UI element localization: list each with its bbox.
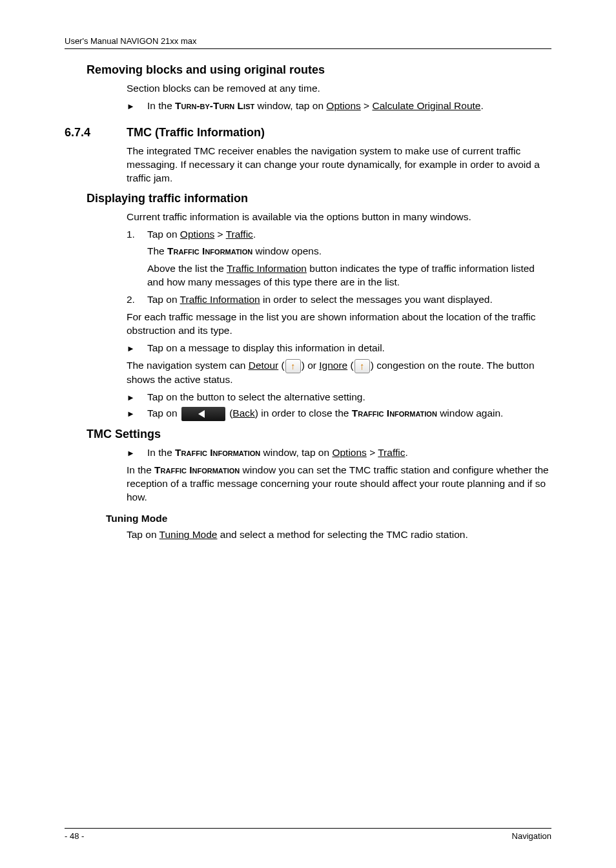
- text: .: [405, 447, 407, 458]
- link-options[interactable]: Options: [332, 447, 366, 458]
- footer-section-label: Navigation: [512, 831, 551, 841]
- text: >: [214, 229, 225, 240]
- text: >: [367, 447, 378, 458]
- arrow-marker-icon: ►: [127, 342, 147, 355]
- window-name: Traffic Information: [352, 408, 437, 418]
- text: .: [480, 100, 483, 111]
- paragraph: Tap on Tuning Mode and select a method f…: [127, 528, 551, 542]
- text: In the: [147, 447, 175, 458]
- window-name: Traffic Information: [154, 464, 240, 475]
- window-name: Traffic Information: [175, 447, 260, 458]
- arrow-marker-icon: ►: [127, 407, 147, 421]
- numbered-item: 1. Tap on Options > Traffic.: [127, 228, 551, 242]
- page-number: - 48 -: [65, 831, 84, 841]
- bullet-item: ► Tap on (Back) in order to close the Tr…: [127, 407, 551, 421]
- section-title: TMC (Traffic Information): [127, 126, 265, 140]
- link-traffic[interactable]: Traffic: [226, 229, 253, 240]
- text: and select a method for selecting the TM…: [217, 529, 467, 540]
- text: window, tap on: [254, 100, 326, 111]
- ignore-icon: ↑: [354, 359, 370, 373]
- text: Tap on: [147, 408, 180, 418]
- paragraph: In the Traffic Information window you ca…: [127, 464, 551, 504]
- heading-tmc-settings: TMC Settings: [87, 428, 551, 441]
- text: (: [278, 360, 284, 371]
- bullet-item: ► Tap on the button to select the altern…: [127, 391, 551, 404]
- arrow-marker-icon: ►: [127, 446, 147, 460]
- link-options[interactable]: Options: [180, 229, 214, 240]
- window-name: Turn-by-Turn List: [175, 100, 254, 111]
- link-traffic-information[interactable]: Traffic Information: [180, 294, 260, 305]
- heading-displaying-traffic: Displaying traffic information: [87, 192, 551, 205]
- heading-removing-blocks: Removing blocks and using original route…: [87, 63, 551, 77]
- paragraph: Section blocks can be removed at any tim…: [127, 82, 551, 96]
- link-traffic-information[interactable]: Traffic Information: [227, 263, 307, 274]
- text: The: [147, 245, 167, 256]
- footer-rule: [65, 828, 551, 829]
- paragraph: The Traffic Information window opens.: [147, 245, 551, 258]
- paragraph: For each traffic message in the list you…: [127, 311, 551, 338]
- numbered-item: 2. Tap on Traffic Information in order t…: [127, 293, 551, 307]
- text: Tap on: [127, 529, 159, 540]
- link-tuning-mode[interactable]: Tuning Mode: [159, 529, 218, 540]
- paragraph: Current traffic information is available…: [127, 211, 551, 224]
- text: Tap on a message to display this informa…: [147, 342, 551, 355]
- arrow-marker-icon: ►: [127, 99, 147, 113]
- window-name: Traffic Information: [167, 245, 252, 256]
- text: .: [253, 229, 256, 240]
- text: (: [347, 360, 353, 371]
- page-footer: - 48 - Navigation: [65, 828, 551, 841]
- paragraph: Above the list the Traffic Information b…: [147, 262, 551, 289]
- paragraph: The navigation system can Detour () or I…: [127, 359, 551, 387]
- text: ) in order to close the: [255, 408, 352, 418]
- text: >: [361, 100, 373, 111]
- text: window, tap on: [260, 447, 332, 458]
- text: Tap on: [147, 294, 180, 305]
- link-back[interactable]: Back: [232, 408, 254, 418]
- back-button-icon[interactable]: [181, 407, 225, 421]
- running-header: User's Manual NAVIGON 21xx max: [65, 36, 551, 46]
- text: In the: [147, 100, 175, 111]
- text: in order to select the messages you want…: [260, 294, 493, 305]
- detour-icon: [285, 359, 301, 373]
- section-number: 6.7.4: [65, 126, 127, 140]
- list-number: 2.: [127, 293, 147, 307]
- text: window opens.: [252, 245, 322, 256]
- bullet-item: ► In the Turn-by-Turn List window, tap o…: [127, 99, 551, 113]
- text: The navigation system can: [127, 360, 249, 371]
- section-heading-row: 6.7.4 TMC (Traffic Information): [65, 126, 551, 140]
- header-rule: [65, 48, 551, 49]
- link-ignore[interactable]: Ignore: [319, 360, 347, 371]
- list-number: 1.: [127, 228, 147, 242]
- bullet-item: ► In the Traffic Information window, tap…: [127, 446, 551, 460]
- link-options[interactable]: Options: [326, 100, 360, 111]
- link-detour[interactable]: Detour: [249, 360, 279, 371]
- text: (: [227, 408, 232, 418]
- text: Above the list the: [147, 263, 227, 274]
- bullet-item: ► Tap on a message to display this infor…: [127, 342, 551, 355]
- link-traffic[interactable]: Traffic: [378, 447, 405, 458]
- text: Tap on the button to select the alternat…: [147, 391, 551, 404]
- heading-tuning-mode: Tuning Mode: [106, 513, 551, 524]
- text: In the: [127, 464, 154, 475]
- link-calculate-original-route[interactable]: Calculate Original Route: [372, 100, 480, 111]
- arrow-marker-icon: ►: [127, 391, 147, 404]
- text: ) or: [302, 360, 320, 371]
- text: Tap on: [147, 229, 180, 240]
- paragraph: The integrated TMC receiver enables the …: [127, 145, 551, 185]
- text: window again.: [437, 408, 504, 418]
